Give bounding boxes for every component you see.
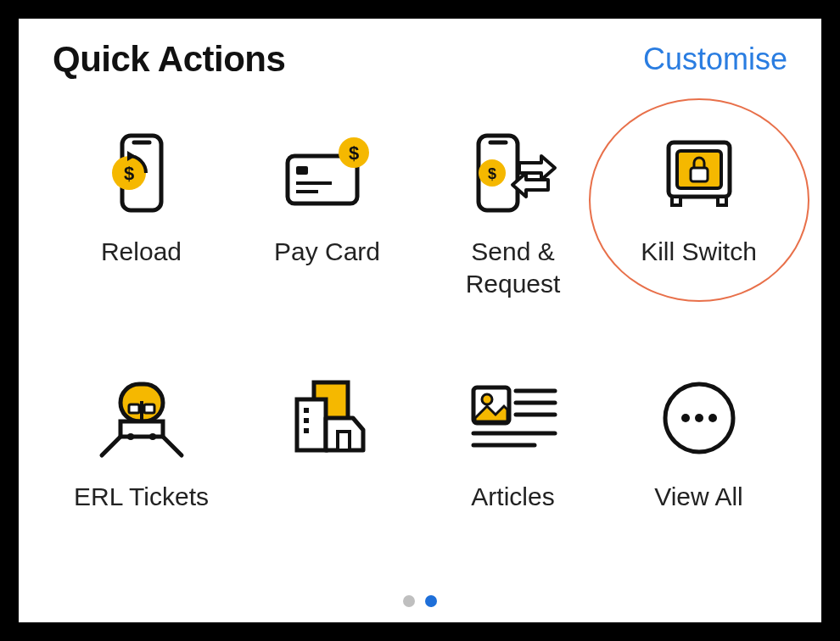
reload-icon: $ (104, 131, 180, 215)
svg-line-28 (163, 437, 182, 455)
svg-rect-32 (304, 418, 309, 423)
svg-point-43 (681, 414, 690, 422)
svg-rect-18 (672, 197, 680, 205)
tile-label: View All (654, 481, 743, 513)
svg-rect-33 (304, 428, 309, 433)
erl-tickets-icon (95, 376, 188, 460)
tile-send-request[interactable]: $ Send & Request (428, 131, 598, 299)
tile-label: Pay Card (274, 236, 380, 268)
tile-label: Articles (471, 481, 554, 513)
svg-text:$: $ (487, 165, 496, 182)
quick-actions-grid: $ Reload $ Pay Card (53, 131, 787, 513)
quick-actions-panel: Quick Actions Customise $ Reload (19, 19, 821, 622)
tile-erl-tickets[interactable]: ERL Tickets (57, 376, 227, 513)
svg-rect-19 (718, 197, 726, 205)
svg-rect-23 (144, 404, 154, 413)
svg-point-36 (482, 394, 492, 404)
tile-articles[interactable]: Articles (428, 376, 598, 513)
pager-dot[interactable] (403, 595, 415, 607)
tile-pay-card[interactable]: $ Pay Card (243, 131, 412, 299)
send-request-icon: $ (467, 131, 560, 215)
svg-rect-30 (297, 399, 326, 450)
tile-label: Reload (101, 236, 182, 268)
svg-line-27 (102, 437, 120, 455)
header: Quick Actions Customise (53, 39, 787, 80)
svg-text:$: $ (348, 142, 358, 164)
kill-switch-icon (657, 131, 742, 215)
svg-point-44 (695, 414, 703, 422)
tile-view-all[interactable]: View All (614, 376, 784, 513)
tile-label: Send & Request (428, 236, 598, 299)
svg-text:$: $ (123, 163, 133, 184)
tile-label: ERL Tickets (74, 481, 209, 513)
svg-point-26 (149, 433, 156, 440)
buildings-icon (285, 376, 370, 460)
svg-rect-17 (691, 168, 708, 181)
svg-rect-31 (304, 408, 309, 413)
view-all-icon (657, 376, 742, 460)
pager-dot-active[interactable] (425, 595, 437, 607)
pay-card-icon: $ (281, 131, 374, 215)
page-title: Quick Actions (53, 39, 285, 80)
svg-point-45 (708, 414, 717, 422)
svg-point-25 (127, 433, 134, 440)
tile-kill-switch[interactable]: Kill Switch (614, 131, 784, 299)
svg-rect-6 (296, 166, 308, 175)
svg-rect-22 (129, 404, 139, 413)
tile-buildings[interactable] (243, 376, 412, 513)
tile-label: Kill Switch (641, 236, 757, 268)
articles-icon (467, 376, 560, 460)
page-indicator (403, 595, 437, 607)
customise-button[interactable]: Customise (643, 42, 787, 77)
tile-reload[interactable]: $ Reload (57, 131, 227, 299)
svg-rect-24 (120, 421, 163, 437)
svg-rect-34 (338, 432, 350, 450)
